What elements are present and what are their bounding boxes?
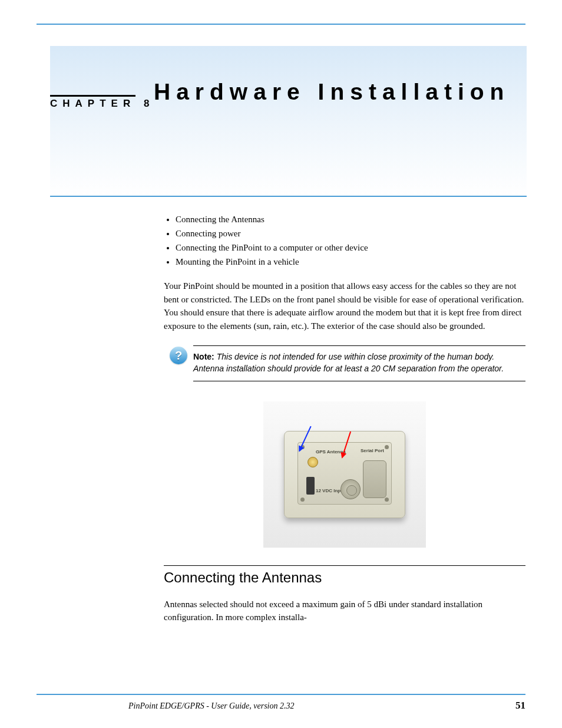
top-border-rule xyxy=(37,24,525,25)
note-text: This device is not intended for use with… xyxy=(193,352,504,373)
chapter-rule xyxy=(50,95,135,97)
section-heading: Connecting the Antennas xyxy=(164,569,525,586)
section-paragraph: Antennas selected should not exceed a ma… xyxy=(164,598,525,624)
section-rule xyxy=(164,565,525,566)
note-label: Note: xyxy=(193,352,217,361)
gps-antenna-port xyxy=(308,457,318,467)
cellular-antenna-port xyxy=(340,479,361,499)
toc-item: Connecting the PinPoint to a computer or… xyxy=(176,241,525,255)
serial-port xyxy=(363,460,386,498)
note-rule-bottom xyxy=(193,381,525,381)
toc-item: Connecting power xyxy=(176,226,525,241)
question-icon: ? xyxy=(164,345,193,381)
chapter-label: CHAPTER 8 xyxy=(50,98,154,110)
footer-doc-title: PinPoint EDGE/GPRS - User Guide, version… xyxy=(37,701,295,711)
note-rule-top xyxy=(193,345,525,346)
toc-item: Connecting the Antennas xyxy=(176,212,525,226)
section-toc: Connecting the Antennas Connecting power… xyxy=(164,212,525,269)
note-callout: ? Note:This device is not intended for u… xyxy=(164,345,525,381)
device-label-serial: Serial Port xyxy=(361,449,384,453)
toc-item: Mounting the PinPoint in a vehicle xyxy=(176,255,525,269)
page-body: Connecting the Antennas Connecting power… xyxy=(164,212,525,657)
chapter-title: Hardware Installation xyxy=(154,79,510,105)
device-photo: GPS Antenna Serial Port 12 VDC Input xyxy=(263,401,426,548)
chapter-banner: CHAPTER 8 Hardware Installation xyxy=(50,46,527,197)
power-connector xyxy=(306,477,315,495)
footer-page-number: 51 xyxy=(515,700,525,711)
intro-paragraph: Your PinPoint should be mounted in a pos… xyxy=(164,279,525,332)
footer-rule xyxy=(37,694,525,695)
